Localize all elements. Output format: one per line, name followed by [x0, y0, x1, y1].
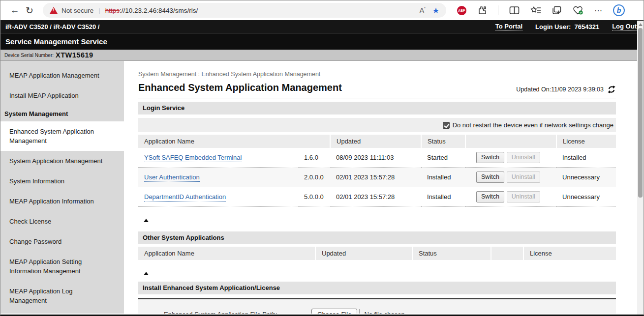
app-file-path-label: Enhanced System Application File Path:	[164, 311, 311, 314]
app-status: Installed	[421, 187, 465, 207]
app-updated: 02/01 2023 15:57:28	[330, 187, 421, 207]
switch-button[interactable]: Switch	[476, 172, 504, 183]
uninstall-button: Uninstall	[507, 191, 540, 202]
breadcrumb: System Management : Enhanced System Appl…	[138, 71, 616, 78]
sidebar-item-enhanced-system-application-management[interactable]: Enhanced System Application Management	[0, 121, 124, 151]
sidebar-item-system-information[interactable]: System Information	[0, 171, 124, 191]
app-version: 5.0.0.0	[298, 187, 330, 207]
settings-more-icon[interactable]: ⋯	[594, 6, 602, 15]
app-license: Unnecessary	[556, 168, 616, 187]
do-not-restart-label: Do not restart the device even if networ…	[453, 121, 613, 129]
sidebar-item-check-license[interactable]: Check License	[0, 211, 124, 231]
app-link-departmentid-authentication[interactable]: DepartmentID Authentication	[144, 193, 226, 201]
do-not-restart-checkbox[interactable]	[443, 122, 450, 129]
app-version: 2.0.0.0	[298, 168, 330, 187]
split-screen-icon[interactable]	[509, 6, 520, 15]
sidebar-item-install-meap-application[interactable]: Install MEAP Application	[0, 86, 124, 106]
switch-button[interactable]: Switch	[476, 152, 504, 163]
read-aloud-icon[interactable]: A”	[420, 6, 426, 14]
favorite-star-icon[interactable]: ★	[432, 6, 439, 15]
app-link-ysoft-safeq[interactable]: YSoft SAFEQ Embedded Terminal	[144, 154, 242, 162]
app-version: 1.6.0	[298, 148, 330, 168]
not-secure-warning-icon	[50, 7, 58, 14]
column-header-status: Status	[421, 135, 465, 148]
service-title-bar: Service Management Service	[0, 33, 644, 50]
sidebar-item-meap-application-management[interactable]: MEAP Application Management	[0, 65, 124, 86]
toolbar-divider	[498, 5, 498, 15]
sidebar-item-meap-application-log-management[interactable]: MEAP Application Log Management	[0, 281, 124, 311]
column-header-actions	[491, 247, 523, 260]
to-portal-link[interactable]: To Portal	[495, 23, 522, 30]
choose-file-button-application[interactable]: Choose File	[311, 309, 357, 314]
sidebar-divider	[0, 315, 124, 315]
app-updated: 02/01 2023 15:57:28	[330, 168, 421, 187]
column-header-status: Status	[412, 247, 491, 260]
serial-bar: Device Serial Number: XTW15619	[0, 50, 644, 61]
sidebar-item-meap-application-information[interactable]: MEAP Application Information	[0, 191, 124, 211]
sidebar-item-system-application-management[interactable]: System Application Management	[0, 151, 124, 171]
sidebar: MEAP Application Management Install MEAP…	[0, 61, 124, 314]
uninstall-button: Uninstall	[507, 152, 540, 163]
uninstall-button: Uninstall	[507, 172, 540, 183]
log-out-link[interactable]: Log Out	[612, 23, 637, 30]
table-row: DepartmentID Authentication 5.0.0.0 02/0…	[138, 187, 616, 207]
service-title: Service Management Service	[5, 37, 107, 46]
column-header-license: License	[523, 247, 616, 260]
column-header-updated: Updated	[315, 247, 412, 260]
app-license: Installed	[556, 148, 616, 168]
serial-value: XTW15619	[56, 51, 93, 59]
adblock-abp-icon[interactable]: ABP	[457, 6, 466, 15]
scrollbar-up-arrow-icon[interactable]	[639, 23, 643, 26]
table-row: User Authentication 2.0.0.0 02/01 2023 1…	[138, 168, 616, 187]
refresh-icon[interactable]	[607, 86, 616, 93]
sidebar-group-system-management: System Management	[0, 106, 124, 121]
column-header-actions	[465, 135, 556, 148]
sidebar-item-meap-application-setting-information-management[interactable]: MEAP Application Setting Information Man…	[0, 252, 124, 281]
collections-icon[interactable]	[552, 6, 562, 15]
install-section-header: Install Enhanced System Application/Lice…	[138, 282, 616, 294]
app-link-user-authentication[interactable]: User Authentication	[144, 173, 200, 182]
column-header-application-name: Application Name	[138, 247, 315, 260]
favorites-list-icon[interactable]	[530, 6, 541, 15]
column-header-application-name: Application Name	[138, 135, 330, 148]
table-row: YSoft SAFEQ Embedded Terminal 1.6.0 08/0…	[138, 148, 616, 168]
address-divider: |	[98, 7, 100, 14]
login-user-label: Login User:	[535, 23, 571, 30]
main-content: System Management : Enhanced System Appl…	[124, 61, 644, 314]
not-secure-label[interactable]: Not secure	[61, 7, 93, 14]
serial-label: Device Serial Number:	[4, 53, 54, 58]
bing-copilot-icon[interactable]: b	[613, 4, 625, 16]
column-header-updated: Updated	[330, 135, 421, 148]
scroll-to-top-icon[interactable]	[144, 263, 149, 272]
login-user-value: 7654321	[575, 23, 600, 30]
browser-toolbar: ← ↻ Not secure | https://10.23.2.46:8443…	[0, 0, 644, 20]
url-scheme: https	[105, 7, 120, 14]
browser-window: ← ↻ Not secure | https://10.23.2.46:8443…	[0, 0, 644, 316]
page-title: Enhanced System Application Management	[138, 82, 342, 93]
login-service-section-header: Login Service	[138, 102, 616, 115]
no-file-chosen-text: No file chosen	[364, 311, 404, 314]
url-text: ://10.23.2.46:8443/sms/rls/	[120, 7, 198, 14]
switch-button[interactable]: Switch	[476, 191, 504, 202]
app-status: Started	[421, 148, 465, 168]
device-header-bar: iR-ADV C3520 / iR-ADV C3520 / To Portal …	[0, 20, 644, 33]
updated-on-text: Updated On:11/09 2023 9:39:03	[516, 86, 604, 93]
device-path: iR-ADV C3520 / iR-ADV C3520 /	[5, 23, 99, 30]
other-system-applications-table: Application Name Updated Status License	[138, 247, 616, 260]
login-service-table: Application Name Updated Status License …	[138, 135, 616, 207]
other-system-applications-section-header: Other System Applications	[138, 231, 616, 244]
scroll-to-top-icon[interactable]	[144, 210, 149, 219]
app-updated: 08/09 2023 11:11:03	[330, 148, 421, 168]
extensions-icon[interactable]	[477, 5, 487, 15]
app-status: Installed	[421, 168, 465, 187]
browser-essentials-icon[interactable]	[573, 6, 583, 15]
address-bar[interactable]: Not secure | https://10.23.2.46:8443/sms…	[43, 3, 446, 18]
reload-icon[interactable]: ↻	[22, 3, 37, 18]
file-input-divider	[359, 309, 360, 314]
page-scrollbar[interactable]	[637, 21, 644, 315]
install-form: Enhanced System Application File Path: C…	[138, 298, 616, 314]
sidebar-item-change-password[interactable]: Change Password	[0, 231, 124, 252]
back-icon[interactable]: ←	[7, 3, 22, 18]
app-license: Unnecessary	[556, 187, 616, 207]
scrollbar-thumb[interactable]	[638, 28, 643, 198]
